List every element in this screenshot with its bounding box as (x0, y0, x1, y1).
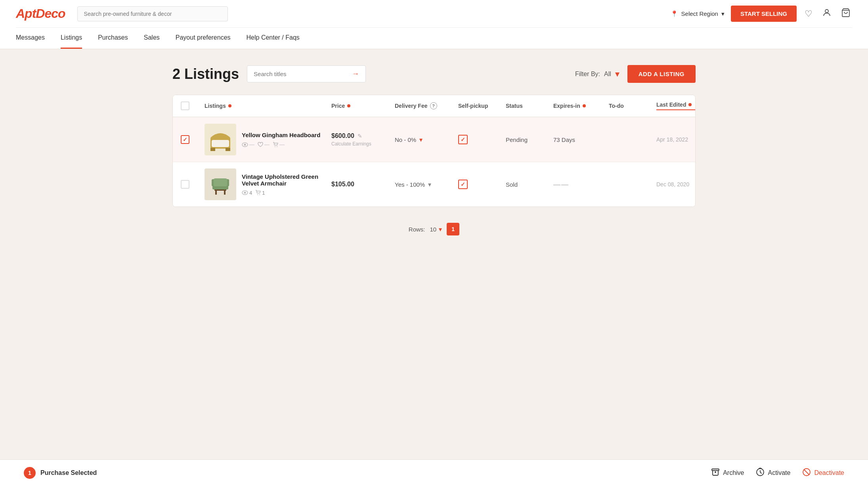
svg-point-21 (257, 194, 258, 195)
rows-label: Rows: (409, 226, 425, 233)
col-delivery-fee: Delivery Fee ? (395, 102, 458, 109)
profile-button[interactable] (820, 6, 833, 21)
row1-details: Yellow Gingham Headboard — — — (242, 132, 331, 147)
row2-listing-info: Vintage Upholstered Green Velvet Armchai… (205, 168, 331, 200)
listings-dot (228, 104, 231, 107)
cart-button[interactable] (839, 6, 852, 21)
cart-icon (841, 10, 851, 19)
row2-delivery-fee: Yes - 100% ▾ (395, 181, 458, 188)
search-input[interactable] (77, 6, 228, 21)
row1-delivery-fee: No - 0% ▾ (395, 136, 458, 144)
row2-icons: 4 1 (242, 190, 331, 196)
listings-table: Listings Price Delivery Fee ? Self-picku… (172, 95, 696, 207)
chevron-down-icon: ▾ (721, 10, 725, 17)
row1-status: Pending (506, 136, 553, 143)
row1-delivery-chevron-icon[interactable]: ▾ (419, 136, 423, 144)
nav-listings[interactable]: Listings (61, 28, 82, 49)
svg-point-8 (244, 144, 246, 145)
col-price: Price (331, 103, 395, 109)
global-search[interactable] (77, 6, 228, 21)
nav-help[interactable]: Help Center / Faqs (247, 28, 300, 49)
row2-details: Vintage Upholstered Green Velvet Armchai… (242, 173, 331, 196)
filter-label: Filter By: (575, 71, 600, 78)
nav-messages[interactable]: Messages (16, 28, 45, 49)
row1-last-edited: Apr 18, 2022 (656, 136, 696, 143)
svg-point-20 (244, 192, 246, 194)
svg-rect-18 (214, 178, 227, 186)
heart-icon: ♡ (805, 9, 813, 19)
row2-cart-icon: 1 (255, 190, 265, 196)
rows-chevron-icon[interactable]: ▾ (439, 226, 442, 233)
row2-expires: —— (553, 180, 609, 189)
price-dot (347, 104, 350, 107)
listings-col-label: Listings (205, 103, 226, 109)
table-row: Vintage Upholstered Green Velvet Armchai… (173, 162, 695, 207)
logo: AptDeco (16, 6, 65, 21)
row1-price-section: $600.00 ✎ Calculate Earnings (331, 132, 395, 147)
row1-self-pickup-checkbox[interactable] (458, 135, 468, 144)
row2-name: Vintage Upholstered Green Velvet Armchai… (242, 173, 331, 187)
status-col-label: Status (506, 103, 523, 109)
row2-select[interactable] (181, 180, 205, 189)
last-edited-dot (688, 103, 692, 106)
listings-header: 2 Listings → Filter By: All ▾ ADD A LIST… (172, 65, 696, 83)
current-page-badge[interactable]: 1 (447, 223, 459, 235)
col-self-pickup: Self-pickup (458, 103, 506, 109)
row2-checkbox[interactable] (181, 180, 189, 189)
row1-heart-icon: — (258, 142, 270, 147)
svg-point-0 (825, 10, 828, 13)
nav-sales[interactable]: Sales (144, 28, 160, 49)
search-titles-input[interactable] (254, 71, 348, 77)
person-icon (822, 10, 832, 19)
row2-self-pickup[interactable] (458, 180, 506, 189)
row2-self-pickup-checkbox[interactable] (458, 180, 468, 189)
main-nav: Messages Listings Purchases Sales Payout… (16, 27, 852, 49)
row1-calc-label: Calculate Earnings (331, 141, 371, 147)
row1-price: $600.00 (331, 132, 354, 140)
col-todo: To-do (609, 103, 656, 109)
row1-self-pickup[interactable] (458, 135, 506, 144)
region-label: Select Region (681, 10, 718, 17)
delivery-fee-question-icon[interactable]: ? (430, 102, 437, 109)
expires-dot (583, 104, 586, 107)
row1-checkbox[interactable] (181, 135, 189, 144)
select-all-box[interactable] (181, 101, 189, 110)
table-header-row: Listings Price Delivery Fee ? Self-picku… (173, 95, 695, 117)
row1-calc-earnings[interactable]: Calculate Earnings (331, 141, 395, 147)
nav-payout[interactable]: Payout preferences (176, 28, 231, 49)
last-edited-col-label: Last Edited (656, 101, 686, 108)
col-listings: Listings (205, 103, 331, 109)
expires-col-label: Expires-in (553, 103, 580, 109)
col-expires-in: Expires-in (553, 103, 609, 109)
select-all-checkbox[interactable] (181, 101, 205, 110)
row2-delivery-value: Yes - 100% (395, 181, 425, 188)
row1-edit-icon[interactable]: ✎ (358, 133, 362, 139)
listings-count: 2 Listings (172, 66, 239, 82)
row2-status: Sold (506, 181, 553, 188)
rows-select[interactable]: 10 ▾ (430, 226, 442, 233)
row2-price: $105.00 (331, 181, 354, 188)
row2-eye-icon: 4 (242, 190, 252, 196)
row2-thumbnail (205, 168, 236, 200)
row1-select[interactable] (181, 135, 205, 144)
pin-icon: 📍 (671, 10, 678, 17)
svg-point-10 (277, 146, 277, 147)
row2-last-edited: Dec 08, 2020 (656, 181, 696, 188)
svg-point-22 (259, 194, 260, 195)
add-listing-button[interactable]: ADD A LISTING (627, 65, 696, 83)
row1-delivery-value: No - 0% (395, 136, 416, 143)
filter-chevron-icon[interactable]: ▾ (615, 69, 619, 79)
search-titles-container[interactable]: → (247, 65, 366, 82)
row1-cart-icon: — (273, 142, 285, 147)
nav-purchases[interactable]: Purchases (98, 28, 128, 49)
svg-rect-4 (210, 148, 215, 151)
header-top: AptDeco 📍 Select Region ▾ START SELLING … (16, 0, 852, 27)
region-selector[interactable]: 📍 Select Region ▾ (671, 10, 725, 17)
row2-delivery-chevron-icon[interactable]: ▾ (428, 181, 431, 188)
start-selling-button[interactable]: START SELLING (731, 6, 797, 22)
main-content: 2 Listings → Filter By: All ▾ ADD A LIST… (157, 49, 711, 275)
row1-name: Yellow Gingham Headboard (242, 132, 331, 138)
wishlist-button[interactable]: ♡ (803, 7, 814, 21)
row1-eye-icon: — (242, 142, 254, 147)
search-arrow-icon: → (352, 70, 359, 78)
